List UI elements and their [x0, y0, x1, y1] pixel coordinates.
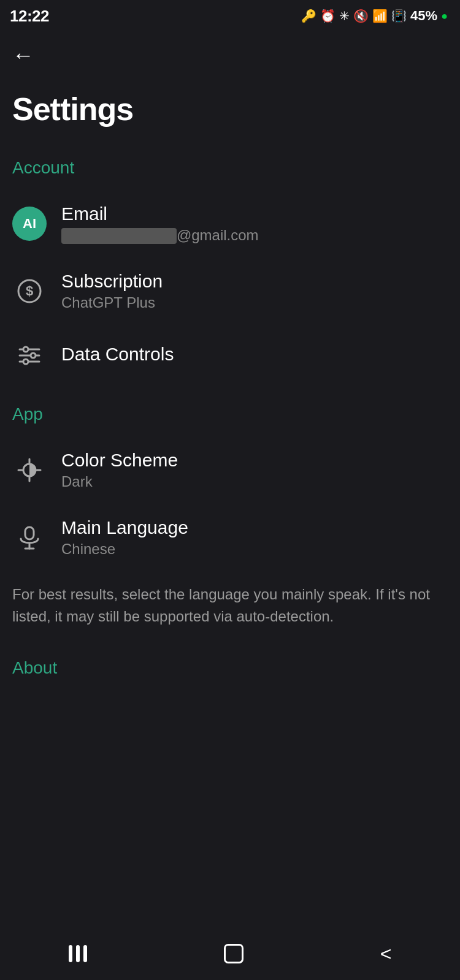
email-blurred: ██████████: [61, 228, 177, 244]
data-controls-title: Data Controls: [61, 344, 448, 365]
color-scheme-subtitle: Dark: [61, 473, 448, 490]
status-icons: 🔑 ⏰ ✳ 🔇 📶 📳 45% ●: [301, 8, 448, 24]
recent-bar-3: [83, 945, 87, 962]
recent-bar-2: [76, 945, 80, 962]
mic-icon-container: [12, 520, 47, 555]
status-bar: 12:22 🔑 ⏰ ✳ 🔇 📶 📳 45% ●: [0, 0, 460, 32]
main-language-title: Main Language: [61, 517, 448, 538]
section-about-label: About: [0, 652, 460, 690]
subscription-item-text: Subscription ChatGPT Plus: [61, 271, 448, 311]
email-subtitle: ██████████@gmail.com: [61, 227, 448, 244]
section-app-label: App: [0, 398, 460, 436]
email-item[interactable]: AI Email ██████████@gmail.com: [0, 190, 460, 257]
data-controls-icon: [16, 342, 43, 369]
back-nav-button[interactable]: <: [380, 943, 392, 965]
main-language-subtitle: Chinese: [61, 541, 448, 558]
bottom-nav: <: [0, 931, 460, 980]
svg-text:$: $: [26, 283, 33, 298]
language-info-text: For best results, select the language yo…: [0, 571, 460, 652]
battery-percent: 45%: [410, 8, 437, 24]
home-button[interactable]: [224, 944, 243, 963]
color-scheme-icon: [16, 457, 43, 484]
subscription-icon: $: [16, 278, 43, 305]
recent-bar-1: [69, 945, 72, 962]
section-account-label: Account: [0, 152, 460, 190]
back-button-row: ←: [0, 32, 460, 72]
svg-point-6: [31, 353, 36, 358]
coin-icon-container: $: [12, 274, 47, 308]
svg-rect-13: [25, 527, 34, 539]
alarm-icon: ⏰: [320, 9, 335, 23]
email-title: Email: [61, 203, 448, 224]
battery-dot: ●: [441, 10, 448, 23]
svg-point-7: [23, 359, 28, 364]
subscription-title: Subscription: [61, 271, 448, 292]
color-scheme-title: Color Scheme: [61, 450, 448, 471]
color-scheme-item-text: Color Scheme Dark: [61, 450, 448, 490]
sliders-icon-container: [12, 338, 47, 373]
data-controls-item[interactable]: Data Controls: [0, 325, 460, 386]
avatar-text: AI: [23, 216, 36, 232]
svg-point-5: [23, 347, 28, 352]
data-controls-item-text: Data Controls: [61, 344, 448, 367]
main-language-item-text: Main Language Chinese: [61, 517, 448, 558]
color-scheme-item[interactable]: Color Scheme Dark: [0, 436, 460, 504]
main-language-item[interactable]: Main Language Chinese: [0, 504, 460, 571]
back-button[interactable]: ←: [12, 44, 34, 66]
back-arrow-icon: ←: [12, 44, 34, 66]
wifi-icon: 📶: [372, 9, 388, 23]
recents-button[interactable]: [69, 945, 87, 962]
signal-icon: 📳: [391, 9, 407, 23]
status-time: 12:22: [10, 7, 49, 26]
key-icon: 🔑: [301, 9, 316, 23]
avatar-icon: AI: [12, 207, 47, 241]
page-title: Settings: [0, 72, 460, 152]
bluetooth-icon: ✳: [339, 9, 350, 23]
half-sun-icon-container: [12, 453, 47, 487]
mute-icon: 🔇: [353, 9, 369, 23]
subscription-subtitle: ChatGPT Plus: [61, 294, 448, 311]
subscription-item[interactable]: $ Subscription ChatGPT Plus: [0, 257, 460, 325]
main-language-icon: [16, 524, 43, 551]
email-item-text: Email ██████████@gmail.com: [61, 203, 448, 244]
settings-content: Account AI Email ██████████@gmail.com $ …: [0, 152, 460, 751]
